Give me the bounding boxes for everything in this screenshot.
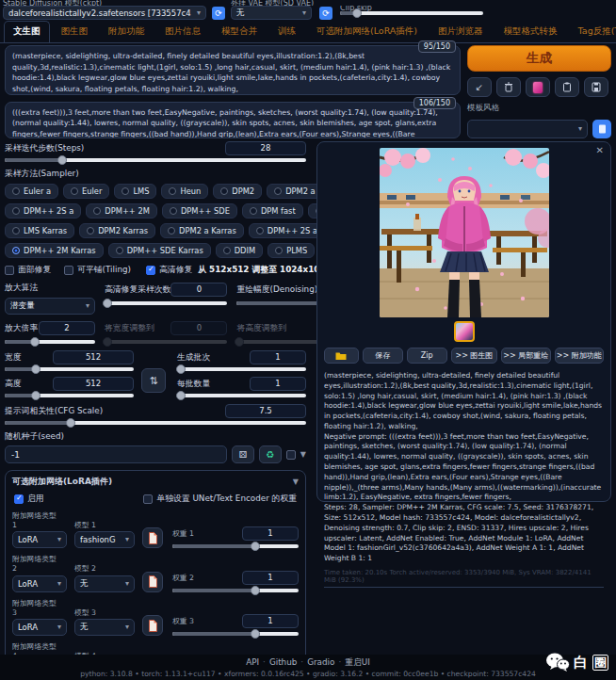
lora-model-info-button-1[interactable]	[142, 527, 163, 548]
generated-image[interactable]	[380, 148, 549, 317]
send-to-extras-button[interactable]: >> 附加功能	[555, 348, 604, 364]
tab-png-info[interactable]: 图片信息	[155, 21, 210, 42]
checkpoint-refresh-button[interactable]: ⟳	[212, 7, 225, 20]
sampler-option[interactable]: DPM++ 2S a	[5, 203, 81, 219]
tab-additional-networks[interactable]: 可选附加网络(LoRA插件)	[307, 21, 427, 42]
github-link[interactable]: Github	[269, 657, 297, 669]
extra-seed-checkbox[interactable]	[286, 450, 296, 460]
sampler-option[interactable]: DPM++ 2M	[86, 203, 157, 219]
sampler-option-selected[interactable]: DPM++ 2M Karras	[5, 243, 104, 258]
batch-count-value[interactable]: 1	[250, 350, 306, 364]
clear-prompt-button[interactable]	[496, 77, 521, 97]
sampler-option[interactable]: Euler	[63, 184, 109, 199]
sampler-option[interactable]: Euler a	[5, 184, 58, 199]
sampler-option[interactable]: DPM2 Karras	[79, 223, 155, 238]
send-to-img2img-button[interactable]: >> 图生图	[451, 348, 497, 364]
api-link[interactable]: API	[246, 657, 259, 669]
cfg-scale-slider[interactable]	[5, 421, 306, 425]
accordion-collapse-toggle[interactable]: ▼	[293, 478, 299, 486]
tab-extras[interactable]: 附加功能	[99, 21, 154, 42]
tab-train[interactable]: 训练	[268, 21, 305, 42]
lora-model-info-button-3[interactable]	[142, 615, 163, 636]
vae-refresh-button[interactable]: ⟳	[319, 7, 332, 20]
paste-params-button[interactable]: ↙	[467, 77, 492, 97]
gallery-thumbnail[interactable]	[454, 321, 475, 342]
tab-img2img[interactable]: 图生图	[52, 21, 98, 42]
styles-dropdown[interactable]: ▾	[467, 120, 588, 138]
width-value[interactable]: 512	[53, 350, 134, 364]
tab-tagger[interactable]: Tag反推(Tagger)	[569, 21, 616, 42]
lora-model-dropdown-1[interactable]: fashionG▾	[74, 531, 135, 548]
tab-model-converter[interactable]: 模型格式转换	[494, 21, 567, 42]
width-label: 宽度	[5, 352, 22, 364]
sampler-option[interactable]: Heun	[161, 184, 208, 199]
lora-weight-slider-2[interactable]	[172, 589, 299, 592]
lora-enable-checkbox[interactable]: 启用	[14, 494, 44, 505]
batch-count-slider[interactable]	[177, 367, 306, 371]
styles-refresh-button[interactable]	[592, 120, 611, 138]
tab-checkpoint-merger[interactable]: 模型合并	[212, 21, 267, 42]
save-image-button[interactable]: 保存	[363, 348, 403, 364]
width-slider[interactable]	[5, 367, 134, 371]
extra-networks-button[interactable]	[526, 77, 550, 97]
lora-weight-value-1[interactable]: 1	[242, 526, 299, 541]
height-value[interactable]: 512	[53, 377, 134, 391]
steps-value[interactable]: 28	[225, 141, 306, 155]
send-to-inpaint-button[interactable]: >> 局部重绘	[501, 348, 550, 364]
batch-size-value[interactable]: 1	[250, 377, 306, 391]
lora-weight-slider-3[interactable]	[172, 632, 299, 636]
hires-fix-checkbox[interactable]: 高清修复	[146, 265, 192, 276]
tab-image-browser[interactable]: 图片浏览器	[429, 21, 493, 42]
upscale-by-slider[interactable]	[5, 340, 95, 344]
lora-type-dropdown-2[interactable]: LoRA▾	[12, 575, 67, 592]
sampler-option[interactable]: DPM++ SDE Karras	[108, 243, 211, 258]
lora-separate-weights-checkbox[interactable]: 单独设置 UNet/Text Encoder 的权重	[143, 494, 297, 505]
seed-extra-toggle[interactable]: ▼	[300, 451, 306, 459]
seed-input[interactable]	[5, 445, 227, 463]
zip-button[interactable]: Zip	[407, 348, 447, 364]
sampler-option[interactable]: PLMS	[267, 243, 315, 258]
lora-weight-value-2[interactable]: 1	[242, 571, 299, 585]
sampler-option[interactable]: DPM fast	[242, 203, 303, 219]
generate-button[interactable]: 生成	[467, 45, 611, 72]
cfg-scale-value[interactable]: 7.5	[225, 404, 306, 418]
tiling-checkbox[interactable]: 可平铺(Tiling)	[64, 265, 131, 276]
sampler-option[interactable]: DDIM	[216, 243, 263, 258]
positive-prompt-input[interactable]: (masterpiece, sidelighting, ultra-detail…	[5, 45, 461, 95]
reload-ui-link[interactable]: 重启UI	[345, 657, 370, 669]
sampler-option[interactable]: DPM2 a	[267, 184, 323, 199]
restore-faces-checkbox[interactable]: 面部修复	[5, 265, 51, 276]
swap-dimensions-button[interactable]: ⇅	[141, 368, 166, 393]
lora-type-dropdown-1[interactable]: LoRA▾	[12, 531, 67, 548]
height-slider[interactable]	[5, 394, 134, 397]
lora-model-info-button-2[interactable]	[142, 572, 163, 592]
lora-type-dropdown-3[interactable]: LoRA▾	[12, 619, 67, 636]
sampler-option[interactable]: DPM++ SDE	[162, 203, 237, 219]
save-style-button[interactable]	[584, 77, 608, 97]
open-folder-button[interactable]	[324, 348, 359, 364]
hires-steps-value[interactable]: 0	[170, 283, 227, 297]
checkpoint-dropdown[interactable]: dalceforealistictallyv2.safetensors [733…	[3, 6, 206, 20]
close-preview-button[interactable]: ✕	[596, 145, 604, 155]
negative-prompt-input[interactable]: (((extra feet))),3 feet,more than two fe…	[5, 102, 461, 138]
random-seed-button[interactable]: ⚄	[232, 445, 254, 463]
sampler-option[interactable]: LMS	[114, 184, 156, 199]
lora-model-dropdown-3[interactable]: 无▾	[74, 619, 135, 636]
gradio-link[interactable]: Gradio	[307, 657, 334, 669]
hires-steps-slider[interactable]	[105, 301, 227, 305]
reuse-seed-button[interactable]: ♻	[259, 445, 282, 463]
sampler-option[interactable]: LMS Karras	[5, 223, 74, 238]
lora-weight-value-3[interactable]: 1	[242, 614, 299, 628]
vae-dropdown[interactable]: 无 ▾	[231, 6, 312, 20]
lora-model-dropdown-2[interactable]: 无▾	[74, 575, 135, 592]
apply-style-button[interactable]	[555, 77, 579, 97]
batch-size-slider[interactable]	[177, 394, 306, 397]
lora-weight-slider-1[interactable]	[172, 544, 299, 548]
upscaler-dropdown[interactable]: 潜变量▾	[5, 298, 95, 315]
steps-slider[interactable]	[5, 158, 306, 162]
sampler-option[interactable]: DPM2 a Karras	[160, 223, 244, 238]
clip-skip-slider[interactable]	[340, 11, 483, 15]
upscale-by-value[interactable]: 2	[39, 321, 95, 335]
sampler-option[interactable]: DPM2	[213, 184, 262, 199]
tab-txt2img[interactable]: 文生图	[4, 21, 50, 42]
